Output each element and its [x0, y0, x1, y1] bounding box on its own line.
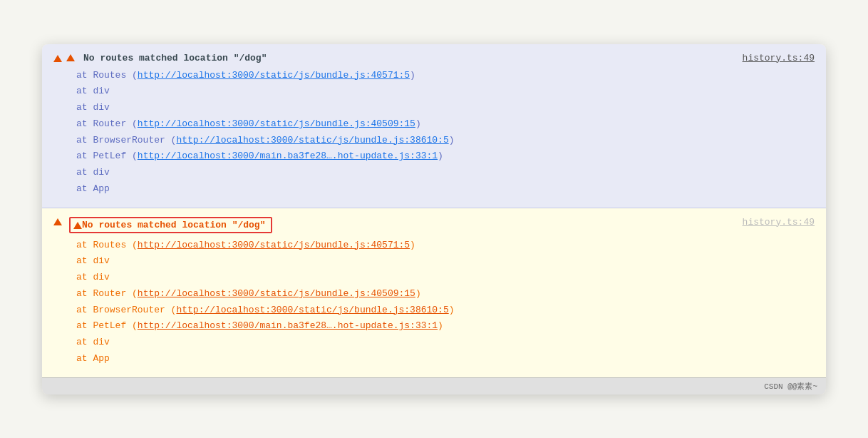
stack-link[interactable]: http://localhost:3000/static/js/bundle.j…: [176, 305, 448, 315]
stack-link[interactable]: http://localhost:3000/main.ba3fe28….hot-…: [138, 151, 438, 161]
stack-line: at Routes (http://localhost:3000/static/…: [76, 238, 815, 254]
stack-link[interactable]: http://localhost:3000/static/js/bundle.j…: [138, 70, 410, 81]
highlighted-message-box: No routes matched location "/dog": [69, 217, 272, 233]
stack-line: at div: [76, 253, 815, 270]
stack-line: at BrowserRouter (http://localhost:3000/…: [76, 302, 815, 319]
stack-line: at App: [76, 351, 815, 367]
stack-line: at div: [76, 165, 815, 181]
stack-line: at div: [76, 270, 815, 286]
stack-link[interactable]: http://localhost:3000/main.ba3fe28….hot-…: [138, 320, 438, 331]
bottom-warning-panel: No routes matched location "/dog" histor…: [42, 208, 826, 377]
stack-line: at PetLef (http://localhost:3000/main.ba…: [76, 148, 815, 165]
top-timestamp[interactable]: history.ts:49: [743, 53, 815, 63]
bottom-stack-trace: at Routes (http://localhost:3000/static/…: [53, 238, 815, 367]
footer-bar: CSDN @@素素~: [42, 377, 826, 394]
warning-icon-top: [66, 54, 75, 61]
top-stack-trace: at Routes (http://localhost:3000/static/…: [53, 68, 815, 198]
stack-line: at Routes (http://localhost:3000/static/…: [76, 68, 815, 84]
stack-link[interactable]: http://localhost:3000/static/js/bundle.j…: [176, 135, 448, 146]
bottom-timestamp[interactable]: history.ts:49: [743, 217, 815, 228]
stack-line: at PetLef (http://localhost:3000/main.ba…: [76, 318, 815, 335]
footer-label: CSDN @@素素~: [764, 382, 817, 391]
collapse-arrow-top[interactable]: [53, 55, 62, 62]
stack-line: at App: [76, 181, 815, 198]
warning-icon-bottom: [53, 218, 62, 225]
stack-link[interactable]: http://localhost:3000/static/js/bundle.j…: [138, 118, 415, 129]
stack-line: at div: [76, 100, 815, 116]
top-warning-message: No routes matched location "/dog": [83, 53, 738, 63]
stack-link[interactable]: http://localhost:3000/static/js/bundle.j…: [138, 240, 410, 250]
stack-line: at Router (http://localhost:3000/static/…: [76, 286, 815, 302]
stack-line: at Router (http://localhost:3000/static/…: [76, 116, 815, 133]
stack-link[interactable]: http://localhost:3000/static/js/bundle.j…: [138, 288, 415, 299]
collapse-arrow-bottom[interactable]: [73, 222, 82, 229]
bottom-warning-message: No routes matched location "/dog": [82, 220, 265, 230]
stack-line: at div: [76, 83, 815, 100]
devtools-console-panel: No routes matched location "/dog" histor…: [42, 44, 826, 394]
top-warning-panel: No routes matched location "/dog" histor…: [42, 44, 826, 208]
stack-line: at BrowserRouter (http://localhost:3000/…: [76, 133, 815, 149]
stack-line: at div: [76, 335, 815, 351]
